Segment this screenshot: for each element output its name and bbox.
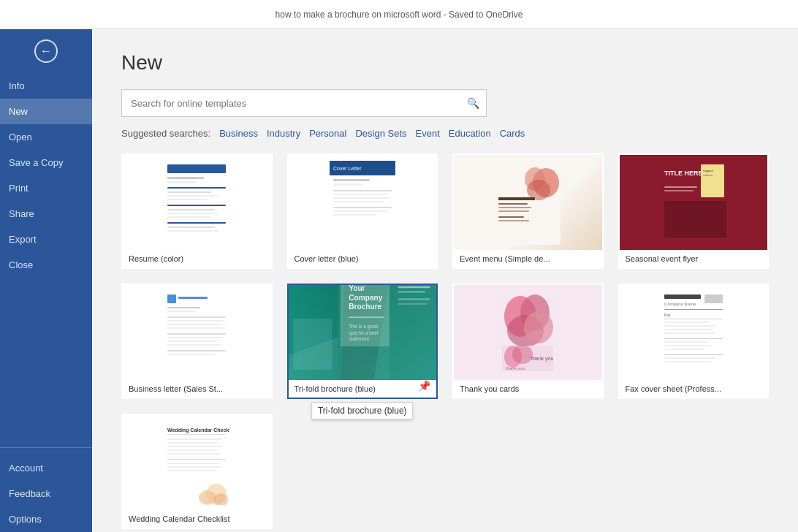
back-button[interactable]: ← [0,29,92,73]
svg-rect-91 [704,294,723,303]
svg-text:Support: Support [703,169,714,172]
svg-rect-110 [167,442,218,444]
svg-text:thank you: thank you [506,366,525,370]
svg-rect-26 [333,214,377,216]
svg-rect-43 [664,190,694,191]
sidebar-item-options[interactable]: Options [0,506,92,532]
suggested-searches: Suggested searches: Business Industry Pe… [121,128,769,139]
sidebar-item-feedback[interactable]: Feedback [0,481,92,506]
template-label: Cover letter (blue) [289,250,437,267]
template-thumb [123,285,271,380]
svg-rect-4 [167,187,226,189]
svg-rect-7 [167,199,208,200]
search-input[interactable] [122,92,460,115]
svg-rect-2 [167,177,204,179]
sidebar-item-print[interactable]: Print [0,175,92,201]
template-thumb: Cover Letter [289,155,437,250]
sidebar-item-share[interactable]: Share [0,201,92,227]
svg-rect-25 [333,210,388,212]
sidebar-item-new[interactable]: New [0,99,92,124]
sidebar-item-save-copy[interactable]: Save a Copy [0,150,92,175]
search-tag-design-sets[interactable]: Design Sets [355,128,406,139]
svg-rect-33 [498,207,531,208]
search-bar: 🔍 [121,89,487,117]
search-tag-business[interactable]: Business [219,128,258,139]
svg-text:Company Name: Company Name [664,302,696,306]
sidebar-item-export[interactable]: Export [0,227,92,252]
svg-rect-116 [167,466,222,468]
svg-rect-109 [167,438,222,440]
search-tag-industry[interactable]: Industry [267,128,300,139]
template-card-event-menu[interactable]: Event menu (Simple de... [452,153,604,269]
thankyou-svg: thank you thank you [495,291,560,375]
svg-text:spot for a brief: spot for a brief [349,330,379,336]
search-tag-personal[interactable]: Personal [309,128,346,139]
svg-text:statement: statement [349,336,369,341]
template-thumb [123,155,271,250]
svg-rect-44 [664,201,726,238]
svg-rect-73 [293,319,332,370]
svg-rect-23 [333,201,384,202]
search-tag-education[interactable]: Education [449,128,491,139]
back-icon: ← [34,39,58,63]
svg-rect-53 [167,327,226,329]
svg-text:thank you: thank you [531,356,553,362]
sidebar-item-open[interactable]: Open [0,124,92,150]
event-menu-svg [495,161,560,245]
svg-rect-108 [167,434,226,435]
sidebar: ← Info New Open Save a Copy Print Share … [0,29,92,532]
svg-rect-14 [167,230,218,232]
svg-text:Your: Your [349,285,365,292]
svg-rect-114 [167,459,226,460]
template-thumb: Wedding Calendar Checklist [123,415,271,510]
svg-text:Wedding Calendar Checklist: Wedding Calendar Checklist [167,428,229,433]
svg-rect-50 [167,316,226,318]
template-label: Event menu (Simple de... [454,250,602,267]
svg-rect-45 [164,291,229,375]
template-card-wedding[interactable]: Wedding Calendar Checklist [121,414,273,529]
seasonal-svg: TITLE HERE Support column [661,161,726,245]
svg-rect-94 [664,319,723,319]
svg-rect-31 [498,197,535,200]
main-content: New 🔍 Suggested searches: Business Indus… [92,29,798,532]
fax-svg: Company Name Fax [661,291,726,375]
svg-rect-9 [167,209,215,210]
templates-grid: Resume (color) Cover Letter [121,153,769,529]
svg-rect-74 [398,286,430,289]
search-tag-event[interactable]: Event [416,128,440,139]
sidebar-item-account[interactable]: Account [0,455,92,481]
template-card-fax[interactable]: Company Name Fax [618,284,770,399]
template-card-seasonal[interactable]: TITLE HERE Support column Seasonal event… [618,153,770,269]
svg-rect-57 [167,344,222,346]
resume-svg [164,161,229,245]
svg-rect-19 [333,183,362,186]
svg-rect-10 [167,213,218,214]
sidebar-item-close[interactable]: Close [0,252,92,278]
svg-rect-1 [167,164,226,173]
svg-text:Company: Company [349,294,382,302]
sidebar-item-info[interactable]: Info [0,73,92,99]
template-card-trifold[interactable]: Your Company Brochure This is a great sp… [287,284,438,399]
template-card-cover-letter[interactable]: Cover Letter Cover letter (blue) [287,153,438,269]
svg-rect-34 [498,210,529,212]
svg-rect-56 [167,341,218,342]
template-card-thankyou[interactable]: thank you thank you Thank you cards [452,284,604,399]
svg-rect-69 [349,316,384,317]
svg-rect-42 [664,186,697,188]
svg-rect-98 [664,332,715,334]
svg-rect-0 [164,161,229,245]
svg-rect-96 [664,325,715,327]
template-label: Thank you cards [454,380,602,398]
search-button[interactable]: 🔍 [460,90,486,116]
svg-rect-115 [167,463,218,464]
svg-rect-59 [167,354,215,355]
svg-rect-52 [167,324,222,325]
svg-rect-6 [167,195,218,197]
page-title: New [121,51,769,75]
search-tag-cards[interactable]: Cards [500,128,525,139]
svg-rect-117 [167,470,217,471]
template-card-business-letter[interactable]: Business letter (Sales St... [121,284,273,399]
svg-rect-101 [664,345,712,346]
template-card-resume-color[interactable]: Resume (color) [121,153,273,269]
svg-rect-113 [167,453,220,455]
